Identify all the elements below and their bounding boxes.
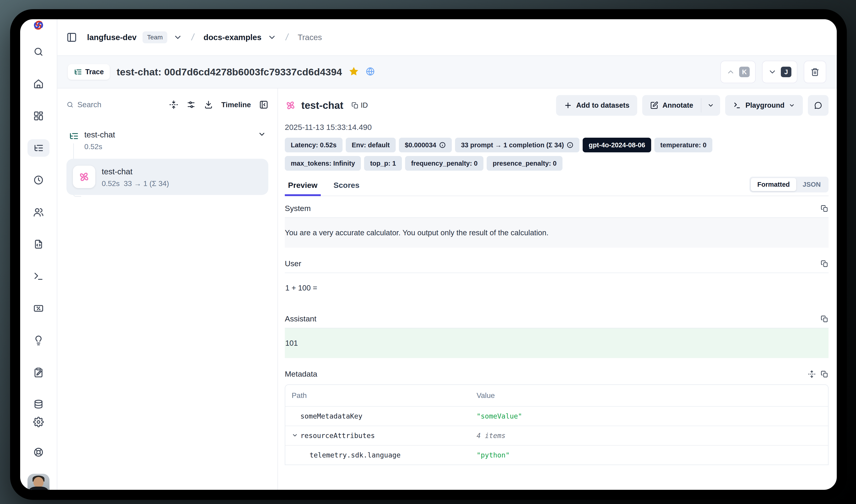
avatar-shirt — [29, 487, 48, 496]
user-section: User 1 + 100 = — [285, 259, 828, 303]
trace-tree: test-chat 0.52s — [67, 130, 268, 195]
sidebar-item-support[interactable] — [28, 444, 50, 461]
tree-child-node-selected[interactable]: test-chat 0.52s 33 → 1 (Σ 34) — [67, 159, 268, 195]
sidebar-item-users[interactable] — [28, 203, 50, 221]
square-pen-icon — [650, 101, 658, 109]
copy-icon — [352, 102, 359, 109]
sidebar-item-playground[interactable] — [28, 268, 50, 285]
sidebar-toggle-icon[interactable] — [67, 32, 77, 42]
dashboard-grid-icon — [33, 111, 44, 121]
token-usage-badge[interactable]: 33 prompt → 1 completion (Σ 34) — [455, 138, 579, 152]
metadata-row: telemetry.sdk.language "python" — [285, 446, 828, 465]
latency-badge: Latency: 0.52s — [285, 138, 342, 152]
metadata-key: someMetadataKey — [300, 412, 362, 420]
previous-trace-button[interactable]: K — [720, 61, 756, 83]
tree-root-node[interactable]: test-chat 0.52s — [67, 130, 268, 151]
path-column-header: Path — [285, 385, 477, 406]
playground-button[interactable]: Playground — [725, 95, 803, 116]
metadata-section: Metadata Path Value — [285, 370, 828, 465]
sidebar-item-home[interactable] — [28, 75, 50, 93]
tab-scores[interactable]: Scores — [331, 178, 363, 196]
add-to-datasets-button[interactable]: Add to datasets — [556, 95, 638, 116]
sidebar-item-prompts[interactable] — [28, 235, 50, 253]
download-button[interactable] — [204, 100, 213, 109]
tree-search[interactable] — [67, 100, 161, 109]
metadata-header-row: Path Value — [285, 385, 828, 407]
tree-search-input[interactable] — [77, 100, 161, 109]
trace-type-label: Trace — [85, 68, 104, 76]
public-globe-icon[interactable] — [365, 67, 375, 77]
copy-icon[interactable] — [821, 204, 828, 212]
delete-trace-button[interactable] — [804, 61, 826, 83]
observation-panel: test-chat ID Add to datasets — [278, 88, 837, 490]
metadata-row: resourceAttributes 4 items — [285, 426, 828, 446]
system-section-label: System — [285, 204, 311, 213]
breadcrumb-project[interactable]: docs-examples — [203, 33, 262, 42]
sidebar-bottom — [28, 413, 50, 496]
collapse-panel-button[interactable] — [259, 100, 268, 109]
org-type-badge: Team — [143, 31, 167, 43]
collapse-node-button[interactable] — [258, 130, 266, 139]
langfuse-logo[interactable] — [33, 19, 44, 31]
sidebar-item-tracing[interactable] — [28, 139, 50, 157]
metadata-group-count: 4 items — [477, 432, 505, 439]
chevron-down-icon[interactable] — [173, 33, 182, 42]
collapse-all-button[interactable] — [169, 100, 178, 109]
top-bar: langfuse-dev Team docs-examples Traces — [57, 19, 837, 56]
sidebar-item-search[interactable] — [28, 43, 50, 60]
tree-settings-button[interactable] — [186, 100, 196, 109]
user-avatar[interactable] — [28, 474, 50, 496]
bookmark-star-icon[interactable] — [349, 67, 359, 77]
formatted-option[interactable]: Formatted — [751, 178, 796, 191]
sidebar-item-evals[interactable] — [28, 332, 50, 349]
sidebar-item-sessions[interactable] — [28, 172, 50, 189]
annotate-button[interactable]: Annotate — [642, 95, 701, 116]
lightbulb-icon — [33, 335, 44, 346]
comments-button[interactable] — [808, 95, 828, 116]
copy-icon[interactable] — [821, 260, 828, 268]
collapse-group-chevron[interactable] — [292, 432, 298, 439]
annotate-dropdown-button[interactable] — [701, 95, 720, 116]
metadata-value: "someValue" — [477, 412, 522, 420]
user-section-label: User — [285, 259, 301, 268]
next-trace-button[interactable]: J — [762, 61, 797, 83]
search-icon — [67, 101, 74, 109]
chevron-down-icon — [789, 102, 795, 109]
json-option[interactable]: JSON — [796, 178, 827, 191]
breadcrumb-org[interactable]: langfuse-dev — [87, 33, 137, 42]
clock-icon — [33, 175, 44, 185]
trace-title-bar: Trace test-chat: 00d7d6cd4278b6003fc7933… — [57, 56, 837, 88]
copy-icon[interactable] — [821, 315, 828, 323]
search-icon — [33, 47, 44, 57]
sidebar-item-settings[interactable] — [28, 413, 50, 431]
sidebar-item-datasets[interactable] — [28, 396, 50, 413]
view-mode-toggle: Formatted JSON — [749, 177, 828, 193]
sidebar-item-dashboards[interactable] — [28, 107, 50, 125]
sidebar-item-scores[interactable] — [28, 300, 50, 317]
value-column-header: Value — [477, 385, 828, 406]
timeline-toggle[interactable]: Timeline — [221, 101, 251, 109]
sidebar-item-annotation[interactable] — [28, 364, 50, 381]
app-window: langfuse-dev Team docs-examples Traces T… — [10, 9, 847, 500]
observation-title: test-chat — [301, 100, 343, 111]
metadata-section-label: Metadata — [285, 370, 317, 378]
unfold-vertical-icon[interactable] — [808, 370, 816, 378]
tab-preview[interactable]: Preview — [285, 178, 321, 196]
observation-actions: Add to datasets Annotate — [556, 95, 828, 116]
clipboard-pen-icon — [33, 367, 44, 378]
id-label: ID — [361, 101, 368, 109]
metadata-table: Path Value someMetadataKey "someValue" — [285, 384, 828, 465]
info-icon — [439, 142, 446, 148]
copy-id-control[interactable]: ID — [352, 101, 368, 109]
model-badge[interactable]: gpt-4o-2024-08-06 — [583, 138, 651, 152]
breadcrumb-section[interactable]: Traces — [298, 33, 322, 42]
list-tree-icon — [69, 131, 79, 141]
io-sections: System You are a very accurate calculato… — [285, 204, 828, 490]
annotate-split-button: Annotate — [642, 95, 720, 116]
cost-badge[interactable]: $0.000034 — [399, 138, 452, 152]
avatar-face — [33, 477, 43, 487]
observation-badges: Latency: 0.52s Env: default $0.000034 33… — [285, 138, 766, 171]
chevron-down-icon[interactable] — [267, 33, 277, 42]
breadcrumb-separator — [283, 31, 292, 44]
copy-icon[interactable] — [821, 370, 828, 378]
